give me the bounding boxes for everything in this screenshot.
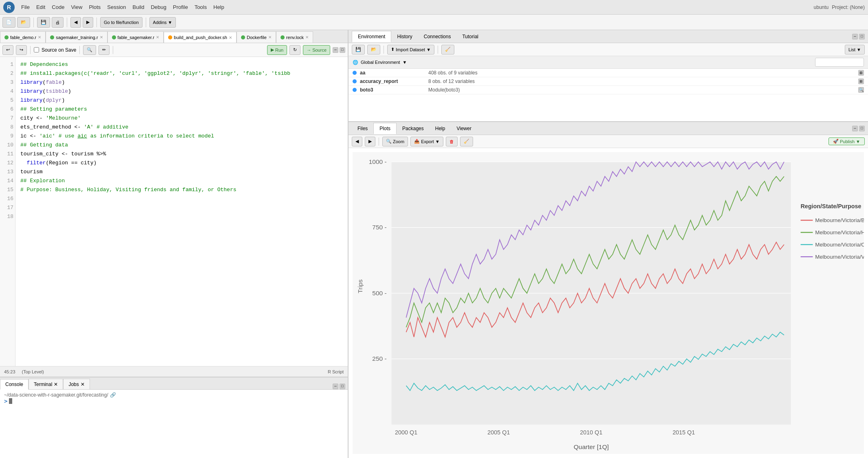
back-button[interactable]: ◀	[70, 17, 81, 28]
editor-panel: fable_demo.r ✕ sagemaker_training.r ✕ fa…	[0, 30, 349, 458]
env-search-input[interactable]	[815, 58, 864, 67]
tab-terminal[interactable]: Terminal ✕	[28, 379, 63, 389]
delete-plot-button[interactable]: 🗑	[446, 137, 458, 146]
x-axis-label: Quarter [1Q]	[574, 443, 609, 450]
close-fable-sagemaker[interactable]: ✕	[156, 35, 159, 39]
env-dot-boto3	[353, 88, 357, 92]
publish-button[interactable]: 🚀 Publish ▼	[829, 137, 865, 145]
tab-sagemaker-training[interactable]: sagemaker_training.r ✕	[46, 31, 107, 43]
re-run-button[interactable]: ↻	[289, 45, 300, 55]
close-fable-demo[interactable]: ✕	[38, 35, 41, 39]
tab-viewer[interactable]: Viewer	[451, 123, 477, 134]
tab-renv-lock[interactable]: renv.lock ✕	[276, 31, 313, 43]
import-chevron: ▼	[426, 47, 431, 52]
minimize-editor[interactable]: —	[333, 47, 338, 53]
zoom-button[interactable]: 🔍 Zoom	[382, 137, 408, 146]
format-button[interactable]: ✏	[99, 45, 110, 55]
console-prompt[interactable]: >	[4, 398, 344, 404]
broom-button[interactable]: 🧹	[460, 137, 473, 146]
env-edit-boto3[interactable]: 🔍	[858, 87, 864, 93]
menu-tools[interactable]: Tools	[195, 4, 207, 10]
run-icon: ▶	[271, 47, 274, 52]
forward-button[interactable]: ▶	[83, 17, 93, 28]
minimize-console[interactable]: —	[333, 384, 338, 389]
menu-debug[interactable]: Debug	[151, 4, 166, 10]
tab-history[interactable]: History	[391, 31, 418, 42]
tab-help[interactable]: Help	[430, 123, 451, 134]
tab-jobs[interactable]: Jobs ✕	[63, 379, 90, 389]
tab-plots[interactable]: Plots	[373, 123, 397, 134]
addins-button[interactable]: Addins ▼	[149, 17, 176, 28]
save-workspace-button[interactable]: 💾	[352, 45, 365, 55]
maximize-console[interactable]: □	[340, 384, 345, 389]
tab-dockerfile[interactable]: Dockerfile ✕	[237, 31, 276, 43]
export-icon: 📤	[414, 139, 420, 144]
tab-label-dockerfile: Dockerfile	[247, 35, 267, 40]
main-toolbar: 📄 📂 💾 🖨 ◀ ▶ Go to file/function Addins ▼	[0, 15, 868, 30]
edit-accuracy-button[interactable]: ⊞	[858, 79, 864, 84]
tab-console[interactable]: Console	[0, 379, 28, 390]
close-terminal[interactable]: ✕	[54, 382, 58, 387]
tab-label-fable-demo: fable_demo.r	[10, 35, 36, 40]
tab-environment[interactable]: Environment	[352, 31, 391, 42]
plot-area: 1000 - 750 - 500 - 250 - Trips 2000 Q1 2…	[349, 148, 868, 458]
undo-button[interactable]: ↩	[2, 45, 13, 55]
source-button[interactable]: → Source	[303, 45, 330, 55]
load-workspace-button[interactable]: 📂	[367, 45, 380, 55]
minimize-plot[interactable]: —	[852, 126, 858, 131]
menu-view[interactable]: View	[71, 4, 82, 10]
close-jobs[interactable]: ✕	[81, 382, 85, 387]
menu-code[interactable]: Code	[52, 4, 64, 10]
clear-env-button[interactable]: 🧹	[441, 45, 454, 55]
close-build-push[interactable]: ✕	[229, 35, 232, 40]
save-button[interactable]: 💾	[37, 17, 50, 28]
code-level: (Top Level)	[22, 369, 44, 374]
search-button[interactable]: 🔍	[83, 45, 96, 55]
tab-tutorial[interactable]: Tutorial	[456, 31, 484, 42]
zoom-label: Zoom	[393, 139, 404, 144]
tab-build-push[interactable]: build_and_push_docker.sh ✕	[164, 32, 237, 43]
code-editor[interactable]: 12345 678910 1112131415 161718 ## Depend…	[0, 57, 348, 366]
run-button[interactable]: ▶ Run	[267, 45, 287, 55]
env-edit-aa[interactable]: ⊞	[858, 70, 864, 76]
tab-icon-renv	[281, 35, 285, 39]
menu-plots[interactable]: Plots	[89, 4, 101, 10]
env-search-btn[interactable]: 🔍	[858, 87, 864, 93]
plot-back-button[interactable]: ◀	[352, 137, 362, 146]
close-renv[interactable]: ✕	[305, 35, 309, 39]
close-sagemaker[interactable]: ✕	[100, 35, 103, 39]
source-on-save-checkbox[interactable]	[34, 47, 39, 52]
tab-connections[interactable]: Connections	[418, 31, 457, 42]
import-dataset-button[interactable]: ⬆ Import Dataset ▼	[387, 45, 434, 55]
menu-file[interactable]: File	[21, 4, 30, 10]
plot-forward-button[interactable]: ▶	[365, 137, 375, 146]
tab-packages[interactable]: Packages	[397, 123, 430, 134]
tab-fable-sagemaker[interactable]: fable_sagemaker.r ✕	[107, 31, 164, 43]
menu-session[interactable]: Session	[107, 4, 126, 10]
menu-profile[interactable]: Profile	[173, 4, 188, 10]
maximize-env[interactable]: □	[859, 34, 865, 39]
goto-file-button[interactable]: Go to file/function	[100, 17, 142, 28]
list-toggle-button[interactable]: List ▼	[845, 45, 865, 55]
plot-tab-bar: Files Plots Packages Help Viewer — □	[349, 122, 868, 135]
menu-help[interactable]: Help	[213, 4, 224, 10]
close-dockerfile[interactable]: ✕	[268, 35, 272, 39]
redo-button[interactable]: ↪	[16, 45, 27, 55]
open-file-button[interactable]: 📂	[17, 17, 30, 28]
prompt-symbol: >	[4, 398, 7, 404]
env-desc-aa: 408 obs. of 9 variables	[428, 70, 478, 76]
env-edit-accuracy[interactable]: ⊞	[858, 79, 864, 84]
tab-fable-demo[interactable]: fable_demo.r ✕	[0, 31, 46, 43]
maximize-plot[interactable]: □	[859, 126, 865, 131]
code-text[interactable]: ## Dependencies ## install.packages(c('r…	[15, 57, 348, 366]
minimize-env[interactable]: —	[852, 34, 858, 39]
menu-edit[interactable]: Edit	[36, 4, 45, 10]
plot-sep-1	[379, 137, 379, 146]
export-button[interactable]: 📤 Export ▼	[410, 137, 443, 146]
edit-aa-button[interactable]: ⊞	[858, 70, 864, 76]
new-file-button[interactable]: 📄	[2, 17, 15, 28]
maximize-editor[interactable]: □	[340, 47, 345, 53]
menu-build[interactable]: Build	[133, 4, 145, 10]
tab-files[interactable]: Files	[352, 123, 373, 134]
print-button[interactable]: 🖨	[52, 17, 64, 28]
